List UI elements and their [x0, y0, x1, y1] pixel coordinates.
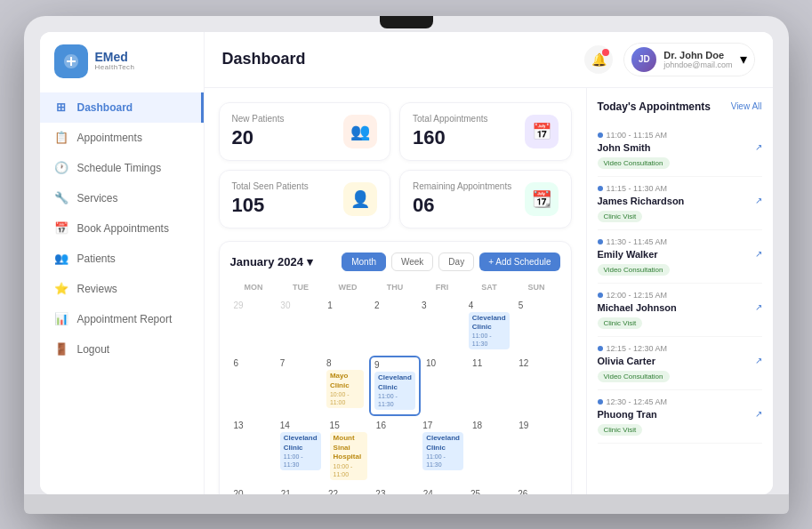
sidebar-item-logout[interactable]: 🚪 Logout: [40, 334, 204, 365]
notification-button[interactable]: 🔔: [584, 45, 613, 74]
calendar-cell[interactable]: 16: [373, 418, 417, 484]
calendar-cell[interactable]: 25: [467, 486, 512, 494]
appointment-badge: Clinic Visit: [598, 424, 643, 436]
calendar-cell[interactable]: 17 Cleveland Clinic 11:00 - 11:30: [419, 418, 467, 484]
sidebar-item-patients[interactable]: 👥 Patients: [40, 244, 204, 274]
calendar-cell[interactable]: 7: [277, 356, 321, 416]
calendar-cell[interactable]: 14 Cleveland Clinic 11:00 - 11:30: [277, 418, 325, 484]
user-profile[interactable]: JD Dr. John Doe johndoe@mail.com ▾: [623, 43, 754, 76]
logo-area: EMed HealthTech: [40, 44, 204, 92]
calendar-cell[interactable]: 2: [371, 298, 416, 355]
stat-value: 160: [413, 126, 488, 149]
calendar-cell[interactable]: 1: [324, 298, 369, 355]
calendar-cell[interactable]: 23: [372, 486, 417, 494]
sidebar-item-label: Schedule Timings: [77, 162, 162, 174]
calendar-event[interactable]: Cleveland Clinic 11:00 - 11:30: [374, 372, 415, 410]
calendar-event[interactable]: Mount Sinai Hospital 10:00 - 11:00: [330, 432, 367, 479]
content: New Patients 20 👥 Total Appointments 160…: [205, 88, 773, 494]
calendar-cell[interactable]: 30: [277, 298, 322, 355]
calendar-event[interactable]: Cleveland Clinic 11:00 - 11:30: [422, 432, 463, 470]
calendar-day-number: 21: [281, 489, 319, 494]
calendar-cell[interactable]: 6: [230, 356, 275, 416]
calendar-cell[interactable]: 26: [514, 486, 559, 494]
sidebar-item-book-appointments[interactable]: 📅 Book Appointments: [40, 213, 204, 244]
calendar-cell[interactable]: 9 Cleveland Clinic 11:00 - 11:30: [369, 356, 421, 416]
calendar-cell[interactable]: 15 Mount Sinai Hospital 10:00 - 11:00: [326, 418, 371, 484]
calendar-cell[interactable]: 29: [230, 298, 276, 355]
calendar-cell[interactable]: 10: [422, 356, 467, 416]
view-month-button[interactable]: Month: [342, 252, 386, 271]
sidebar-item-appointment-report[interactable]: 📊 Appointment Report: [40, 304, 204, 334]
calendar-cell[interactable]: 20: [230, 486, 276, 494]
calendar-cell[interactable]: 19: [515, 418, 559, 484]
calendar-month-label: January 2024: [230, 255, 303, 269]
calendar-cell[interactable]: 13: [230, 418, 275, 484]
sidebar-item-schedule-timings[interactable]: 🕐 Schedule Timings: [40, 153, 204, 183]
calendar-day-number: 22: [328, 489, 366, 494]
appointment-badge: Video Consultation: [598, 264, 670, 276]
appointment-item[interactable]: 12:00 - 12:15 AM Michael Johnson ↗ Clini…: [598, 284, 762, 337]
sidebar-item-appointments[interactable]: 📋 Appointments: [40, 123, 204, 153]
book-appointments-icon: 📅: [54, 221, 68, 236]
main-area: Dashboard 🔔 JD Dr. John Doe johndoe@mail…: [205, 32, 773, 494]
sidebar-item-services[interactable]: 🔧 Services: [40, 183, 204, 213]
header: Dashboard 🔔 JD Dr. John Doe johndoe@mail…: [205, 32, 773, 88]
appointments-panel-title: Today's Appointments: [598, 100, 712, 113]
laptop-notch: [380, 16, 433, 28]
appointment-time: 11:15 - 11:30 AM: [598, 184, 762, 193]
arrow-icon: ↗: [755, 196, 762, 205]
chevron-down-icon: ▾: [740, 51, 747, 68]
time-dot-icon: [598, 132, 603, 138]
add-schedule-button[interactable]: + Add Schedule: [479, 252, 559, 271]
sidebar-item-reviews[interactable]: ⭐ Reviews: [40, 274, 204, 304]
calendar-cell[interactable]: 21: [277, 486, 323, 494]
calendar-cell[interactable]: 4 Cleveland Clinic 11:00 - 11:30: [465, 298, 513, 355]
stat-info: Total Seen Patients 105: [232, 181, 309, 217]
view-week-button[interactable]: Week: [391, 252, 433, 271]
calendar-cell[interactable]: 3: [418, 298, 463, 355]
appointment-item[interactable]: 11:30 - 11:45 AM Emily Walker ↗ Video Co…: [598, 230, 762, 284]
calendar-cell[interactable]: 5: [515, 298, 560, 355]
appointment-patient-name: Emily Walker: [598, 249, 658, 260]
sidebar-item-dashboard[interactable]: ⊞ Dashboard: [40, 92, 204, 123]
calendar-day-header-mon: MON: [230, 280, 277, 294]
calendar-week: 29301234 Cleveland Clinic 11:00 - 11:30 …: [230, 298, 560, 355]
calendar-day-headers: MONTUEWEDTHUFRISATSUN: [230, 280, 560, 294]
appointments-panel-header: Today's Appointments View All: [598, 100, 762, 113]
calendar-grid: MONTUEWEDTHUFRISATSUN 29301234 Cleveland…: [230, 280, 560, 494]
calendar-cell[interactable]: 22 Stanford Health Care 10:00 - 11:00: [325, 486, 370, 494]
logo-text: EMed HealthTech: [95, 51, 135, 71]
calendar-cell[interactable]: 18: [469, 418, 513, 484]
calendar-event[interactable]: Mayo Clinic 10:00 - 11:00: [326, 370, 364, 408]
view-all-link[interactable]: View All: [731, 101, 762, 111]
calendar-day-number: 3: [422, 301, 460, 310]
appointment-item[interactable]: 11:15 - 11:30 AM James Richardson ↗ Clin…: [598, 177, 762, 230]
user-email: johndoe@mail.com: [663, 60, 732, 69]
avatar: JD: [631, 47, 656, 72]
calendar-day-number: 7: [280, 358, 318, 368]
header-right: 🔔 JD Dr. John Doe johndoe@mail.com ▾: [584, 43, 754, 76]
appointment-time: 12:00 - 12:15 AM: [598, 291, 762, 300]
calendar-cell[interactable]: 12: [515, 356, 559, 416]
appointment-badge: Video Consultation: [598, 371, 670, 382]
view-day-button[interactable]: Day: [438, 252, 474, 271]
calendar-event[interactable]: Cleveland Clinic 11:00 - 11:30: [280, 432, 321, 470]
calendar-cell[interactable]: 8 Mayo Clinic 10:00 - 11:00: [323, 356, 367, 416]
arrow-icon: ↗: [755, 302, 762, 312]
time-dot-icon: [598, 186, 603, 191]
calendar-event[interactable]: Cleveland Clinic 11:00 - 11:30: [469, 312, 510, 350]
calendar-weeks: 29301234 Cleveland Clinic 11:00 - 11:30 …: [230, 298, 560, 494]
calendar-view-buttons: Month Week Day + Add Schedule: [342, 252, 559, 271]
sidebar-item-label: Appointments: [77, 132, 142, 144]
appointment-patient-name: James Richardson: [598, 196, 685, 206]
appointment-name-row: Phuong Tran ↗: [598, 409, 762, 420]
appointment-item[interactable]: 12:15 - 12:30 AM Olivia Carter ↗ Video C…: [598, 337, 762, 390]
appointment-item[interactable]: 12:30 - 12:45 AM Phuong Tran ↗ Clinic Vi…: [598, 390, 762, 444]
appointment-item[interactable]: 11:00 - 11:15 AM John Smith ↗ Video Cons…: [598, 124, 762, 177]
calendar-month-selector[interactable]: January 2024 ▾: [230, 255, 313, 269]
calendar-cell[interactable]: 24 Mayo Clinic 11:00 - 11:30: [420, 486, 465, 494]
calendar-day-number: 6: [234, 358, 271, 368]
calendar-day-number: 23: [375, 489, 414, 494]
calendar-cell[interactable]: 11: [469, 356, 513, 416]
appointment-patient-name: John Smith: [598, 142, 651, 153]
